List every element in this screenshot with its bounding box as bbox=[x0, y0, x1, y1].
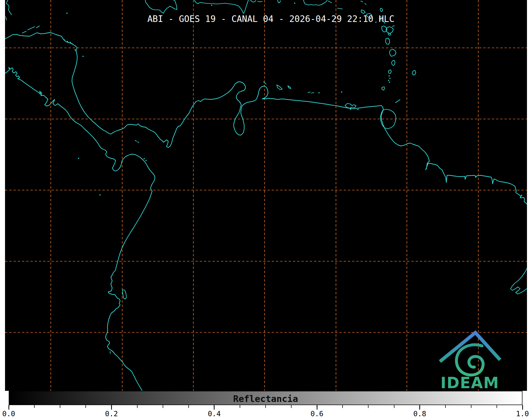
island-path bbox=[511, 268, 527, 294]
island-path bbox=[194, 0, 248, 13]
ideam-logo-text: IDEAM bbox=[440, 374, 499, 391]
island-path bbox=[122, 290, 126, 299]
island-path bbox=[386, 27, 393, 34]
colorbar-minor-tick bbox=[445, 405, 446, 408]
island-dot bbox=[144, 158, 145, 159]
ideam-logo: IDEAM bbox=[440, 333, 499, 391]
island-path bbox=[392, 26, 394, 26]
island-path bbox=[303, 0, 327, 5]
island-path bbox=[258, 1, 262, 2]
island-dot bbox=[389, 78, 390, 79]
colorbar-major-tick bbox=[111, 405, 112, 410]
colorbar-minor-tick bbox=[265, 405, 266, 408]
colorbar-minor-tick bbox=[471, 405, 471, 408]
island-path bbox=[110, 351, 110, 354]
colorbar-minor-tick bbox=[368, 405, 369, 408]
colorbar-tick-label: 0.0 bbox=[0, 410, 21, 417]
colorbar-minor-tick bbox=[240, 405, 240, 408]
colorbar-minor-tick bbox=[188, 405, 189, 408]
island-path bbox=[388, 33, 391, 35]
island-dot bbox=[319, 92, 320, 93]
island-path bbox=[37, 26, 39, 28]
island-path bbox=[288, 86, 291, 89]
island-dot bbox=[350, 109, 351, 110]
colorbar-tick-label: 0.8 bbox=[408, 410, 432, 417]
colorbar-major-tick bbox=[8, 405, 9, 410]
island-path bbox=[382, 87, 385, 90]
island-path bbox=[75, 50, 76, 51]
island-dot bbox=[83, 56, 84, 57]
island-path bbox=[385, 38, 390, 44]
island-path bbox=[278, 0, 281, 3]
island-path bbox=[28, 27, 35, 30]
graticule-grid bbox=[5, 0, 527, 391]
island-dot bbox=[388, 80, 389, 81]
island-dot bbox=[99, 194, 101, 195]
island-path bbox=[380, 8, 383, 12]
island-path bbox=[135, 140, 137, 141]
island-path bbox=[311, 93, 314, 93]
colorbar-minor-tick bbox=[342, 405, 343, 408]
colorbar-minor-tick bbox=[34, 405, 35, 408]
island-path bbox=[345, 103, 356, 108]
island-path bbox=[138, 142, 139, 143]
island-path bbox=[6, 17, 7, 20]
colorbar-major-tick bbox=[522, 405, 523, 410]
island-dot bbox=[294, 3, 295, 4]
colorbar-minor-tick bbox=[291, 405, 292, 408]
colorbar-label: Reflectancia bbox=[9, 393, 522, 404]
island-path bbox=[338, 8, 342, 9]
coastline-path bbox=[5, 33, 527, 204]
colorbar-minor-tick bbox=[394, 405, 394, 408]
island-path bbox=[328, 1, 331, 3]
island-dot bbox=[341, 91, 342, 93]
island-path bbox=[412, 70, 416, 75]
map-svg: IDEAM bbox=[5, 0, 527, 391]
colorbar-tick-label: 0.6 bbox=[305, 410, 329, 417]
island-dot bbox=[67, 41, 68, 42]
satellite-image-screen: IDEAM ABI - GOES 19 - CANAL 04 - 2026-04… bbox=[0, 0, 532, 417]
colorbar-minor-tick bbox=[163, 405, 163, 408]
hurricane-spiral-icon bbox=[456, 345, 483, 375]
island-path bbox=[395, 100, 400, 103]
island-path bbox=[388, 70, 391, 74]
island-dot bbox=[357, 109, 358, 110]
island-dot bbox=[71, 43, 72, 44]
island-path bbox=[361, 10, 365, 13]
colorbar-major-tick bbox=[214, 405, 215, 410]
colorbar-tick-label: 0.4 bbox=[202, 410, 226, 417]
island-path bbox=[6, 0, 11, 15]
island-path bbox=[251, 0, 256, 2]
colorbar-major-tick bbox=[419, 405, 420, 410]
colorbar-minor-tick bbox=[60, 405, 60, 408]
island-path bbox=[277, 85, 282, 90]
colorbar-minor-tick bbox=[137, 405, 138, 408]
island-dot bbox=[70, 42, 71, 43]
colorbar-major-tick bbox=[317, 405, 317, 410]
island-dot bbox=[145, 160, 147, 161]
island-path bbox=[389, 49, 396, 56]
island-path bbox=[365, 3, 366, 4]
island-dot bbox=[211, 5, 212, 6]
colorbar-tick-label: 0.2 bbox=[99, 410, 123, 417]
island-path bbox=[308, 92, 310, 93]
island-path bbox=[392, 60, 395, 66]
colorbar-tick-label: 1.0 bbox=[511, 410, 532, 417]
island-dot bbox=[78, 158, 79, 159]
image-title: ABI - GOES 19 - CANAL 04 - 2026-04-29 22… bbox=[147, 14, 394, 24]
island-dot bbox=[64, 39, 65, 40]
colorbar-minor-tick bbox=[85, 405, 86, 408]
island-path bbox=[145, 0, 177, 13]
coastline-path bbox=[5, 67, 155, 391]
island-dot bbox=[389, 75, 390, 76]
colorbar-minor-tick bbox=[497, 405, 497, 408]
satellite-map: IDEAM bbox=[5, 0, 527, 391]
island-path bbox=[22, 31, 26, 33]
coastlines bbox=[5, 0, 527, 391]
island-dot bbox=[66, 13, 67, 14]
island-dot bbox=[389, 82, 390, 83]
island-path bbox=[361, 1, 363, 2]
